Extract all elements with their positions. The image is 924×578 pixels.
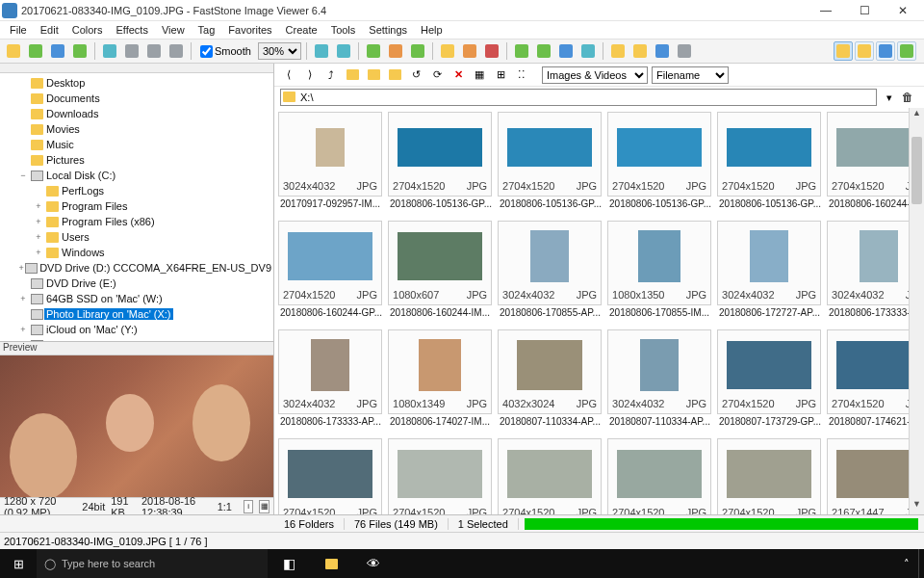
menu-favorites[interactable]: Favorites	[222, 23, 277, 37]
tree-expand-icon[interactable]: +	[33, 217, 44, 226]
thumbnail-card[interactable]: 4032x3024JPG	[498, 329, 602, 414]
folder-tree[interactable]: DesktopDocumentsDownloadsMoviesMusicPict…	[0, 73, 273, 341]
thumbnail-card[interactable]: 2704x1520JPG	[498, 112, 602, 197]
thumbnail-card[interactable]: 1080x1349JPG	[388, 329, 492, 414]
clone-button[interactable]	[438, 41, 457, 61]
preview-exif-button[interactable]: i	[244, 500, 254, 513]
tree-node[interactable]: −Local Disk (C:)	[0, 168, 273, 183]
zoom-out-button[interactable]	[144, 41, 164, 61]
preview-image[interactable]	[0, 355, 273, 497]
batch-convert-button[interactable]	[512, 41, 531, 61]
thumbnail-card[interactable]: 2704x1520JPG	[717, 438, 821, 514]
scroll-up-button[interactable]: ▲	[910, 108, 924, 123]
menu-tools[interactable]: Tools	[325, 23, 362, 37]
tree-expand-icon[interactable]: +	[17, 294, 29, 303]
tree-node[interactable]: PerfLogs	[0, 183, 273, 198]
nav-move-button[interactable]: ↺	[407, 66, 424, 84]
path-dropdown-button[interactable]: ▾	[881, 89, 898, 106]
tree-expand-icon[interactable]: +	[33, 248, 44, 257]
thumbnail-card[interactable]: 3024x4032JPG	[278, 329, 382, 414]
tree-node[interactable]: +Users	[0, 229, 273, 245]
view-thumbnails-button[interactable]	[834, 41, 853, 61]
view-large-icons-button[interactable]: ▦	[471, 66, 488, 84]
zoom-in-button[interactable]	[122, 41, 141, 61]
nav-up-button[interactable]: ⤴	[322, 66, 340, 84]
thumbnail-card[interactable]: 1080x607JPG	[388, 221, 492, 305]
compare-button[interactable]	[578, 41, 598, 61]
menu-file[interactable]: File	[4, 23, 33, 37]
resize-button[interactable]	[364, 41, 383, 61]
thumbnail-card[interactable]: 2704x1520JPG	[278, 221, 382, 305]
tree-node[interactable]: Pictures	[0, 152, 273, 168]
tree-expand-icon[interactable]: +	[17, 263, 25, 273]
taskbar-explorer-icon[interactable]	[310, 549, 352, 578]
scroll-thumb[interactable]	[911, 137, 922, 204]
reload-button[interactable]	[70, 41, 90, 61]
thumbnail-card[interactable]: 2704x1520JPG	[388, 438, 492, 514]
settings-button[interactable]	[675, 41, 694, 61]
view-medium-icons-button[interactable]: ⊞	[492, 66, 509, 84]
crop-button[interactable]	[408, 41, 427, 61]
tree-node[interactable]: DVD Drive (E:)	[0, 276, 273, 291]
menu-create[interactable]: Create	[280, 23, 323, 37]
redeye-button[interactable]	[482, 41, 501, 61]
path-input[interactable]	[280, 89, 877, 106]
menu-view[interactable]: View	[156, 23, 191, 37]
task-view-button[interactable]: ◧	[268, 549, 310, 578]
zoom-fit-button[interactable]	[167, 41, 186, 61]
nav-refresh-button[interactable]: ⟳	[428, 66, 446, 84]
save-as-button[interactable]	[48, 41, 67, 61]
show-desktop-button[interactable]	[918, 549, 924, 578]
tree-node[interactable]: Desktop	[0, 75, 273, 91]
tree-expand-icon[interactable]: +	[17, 325, 29, 334]
thumbnail-card[interactable]: 3024x4032JPG	[498, 221, 602, 305]
tree-node[interactable]: Music	[0, 137, 273, 152]
batch-rename-button[interactable]	[534, 41, 553, 61]
recycle-bin-icon[interactable]: 🗑	[902, 91, 917, 104]
thumbnail-card[interactable]: 3024x4032JPG	[278, 112, 382, 197]
thumbnail-card[interactable]: 3024x4032JPG	[717, 221, 821, 305]
rotate-left-button[interactable]	[312, 41, 331, 61]
tree-expand-icon[interactable]: +	[33, 232, 44, 242]
tree-node[interactable]: Photo Library on 'Mac' (X:)	[0, 306, 273, 322]
menu-effects[interactable]: Effects	[111, 23, 154, 37]
nav-back-button[interactable]: ⟨	[280, 66, 297, 84]
sort-select[interactable]: Filename	[652, 66, 729, 84]
wallpaper-button[interactable]	[653, 41, 672, 61]
nav-home-button[interactable]	[344, 66, 361, 84]
start-button[interactable]: ⊞	[0, 549, 37, 578]
tree-node[interactable]: Downloads	[0, 106, 273, 121]
tree-node[interactable]: +iCloud on 'Mac' (Y:)	[0, 322, 273, 337]
menu-edit[interactable]: Edit	[35, 23, 64, 37]
scroll-down-button[interactable]: ▼	[910, 499, 924, 514]
open-button[interactable]	[4, 41, 23, 61]
taskbar-search[interactable]: ◯ Type here to search	[37, 549, 268, 578]
tree-node[interactable]: Documents	[0, 91, 273, 106]
thumbnail-card[interactable]: 2704x1520JPG	[717, 112, 821, 197]
smooth-checkbox[interactable]: Smooth	[200, 45, 251, 58]
tree-node[interactable]: +DVD Drive (D:) CCCOMA_X64FRE_EN-US_DV9	[0, 260, 273, 276]
nav-favorites-button[interactable]	[365, 66, 382, 84]
close-button[interactable]: ✕	[884, 0, 922, 21]
maximize-button[interactable]: ☐	[845, 0, 884, 21]
tree-node[interactable]: Movies	[0, 121, 273, 137]
thumbnail-grid[interactable]: 3024x4032JPG20170917-092957-IM...2704x15…	[274, 108, 924, 514]
slideshow-button[interactable]	[556, 41, 576, 61]
thumbnail-card[interactable]: 2704x1520JPG	[717, 329, 821, 414]
tree-node[interactable]: +Program Files	[0, 198, 273, 214]
tree-node[interactable]: +Program Files (x86)	[0, 214, 273, 229]
minimize-button[interactable]: —	[807, 0, 845, 21]
thumbnail-card[interactable]: 3024x4032JPG	[607, 329, 711, 414]
thumbnail-card[interactable]: 2704x1520JPG	[498, 438, 602, 514]
canvas-button[interactable]	[386, 41, 405, 61]
tree-node[interactable]: +64GB SSD on 'Mac' (W:)	[0, 291, 273, 306]
menu-colors[interactable]: Colors	[66, 23, 109, 37]
view-small-icons-button[interactable]: ⁚⁚	[513, 66, 530, 84]
thumbnail-card[interactable]: 2704x1520JPG	[607, 438, 711, 514]
zoom-select[interactable]: 30%	[258, 42, 301, 60]
view-filmstrip-button[interactable]	[876, 41, 895, 61]
nav-delete-button[interactable]: ✕	[449, 66, 467, 84]
view-fullscreen-button[interactable]	[897, 41, 916, 61]
menu-tag[interactable]: Tag	[192, 23, 221, 37]
taskbar-faststone-icon[interactable]: 👁	[352, 549, 395, 578]
